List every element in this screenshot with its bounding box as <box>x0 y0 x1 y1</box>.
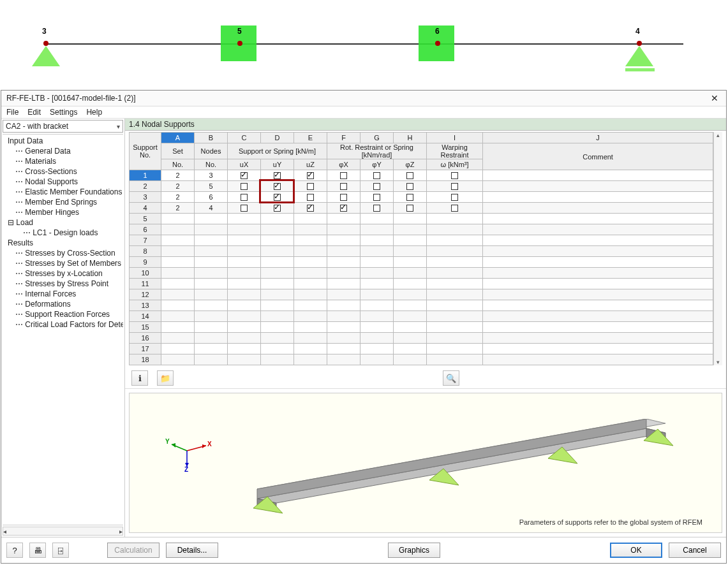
tree-item[interactable]: ⋯ Materials <box>3 156 123 166</box>
checkbox[interactable] <box>241 194 248 201</box>
checkbox[interactable] <box>241 205 248 212</box>
tree-item[interactable]: ⋯ Support Reaction Forces <box>3 309 123 319</box>
table-row[interactable]: 326 <box>130 192 713 203</box>
row-number[interactable]: 7 <box>130 235 161 246</box>
table-row[interactable]: 225 <box>130 181 713 192</box>
checkbox[interactable] <box>340 194 347 201</box>
row-number[interactable]: 15 <box>130 322 161 333</box>
checkbox[interactable] <box>406 183 413 190</box>
table-row[interactable]: 424 <box>130 203 713 214</box>
checkbox[interactable] <box>373 183 380 190</box>
row-number[interactable]: 11 <box>130 279 161 289</box>
tree-item[interactable]: ⋯ Nodal Supports <box>3 177 123 187</box>
checkbox[interactable] <box>373 205 380 212</box>
tree-item[interactable]: ⋯ General Data <box>3 146 123 156</box>
col-letter[interactable]: C <box>228 133 261 143</box>
checkbox[interactable] <box>274 183 281 190</box>
checkbox[interactable] <box>274 205 281 212</box>
menu-help[interactable]: Help <box>86 108 102 117</box>
tree-input[interactable]: Input Data <box>3 136 123 146</box>
menu-edit[interactable]: Edit <box>27 108 41 117</box>
close-icon[interactable]: ✕ <box>708 93 721 103</box>
row-number[interactable]: 18 <box>130 354 161 365</box>
row-number[interactable]: 10 <box>130 268 161 279</box>
tree-item[interactable]: ⋯ Stresses by Cross-Section <box>3 248 123 258</box>
table-row[interactable]: 15 <box>130 322 713 333</box>
checkbox[interactable] <box>451 183 458 190</box>
table-row[interactable]: 18 <box>130 354 713 365</box>
col-letter[interactable]: F <box>327 133 360 143</box>
row-number[interactable]: 2 <box>130 181 161 192</box>
checkbox[interactable] <box>241 172 248 179</box>
ok-button[interactable]: OK <box>610 543 662 558</box>
checkbox[interactable] <box>274 194 281 201</box>
tree-item[interactable]: ⋯ Deformations <box>3 299 123 309</box>
row-number[interactable]: 12 <box>130 289 161 300</box>
checkbox[interactable] <box>451 194 458 201</box>
row-number[interactable]: 9 <box>130 257 161 268</box>
menu-settings[interactable]: Settings <box>50 108 77 117</box>
find-button[interactable]: 🔍 <box>443 370 459 386</box>
tree-item[interactable]: ⋯ Stresses by Set of Members <box>3 258 123 268</box>
table-row[interactable]: 13 <box>130 300 713 311</box>
tree-item[interactable]: ⋯ Stresses by Stress Point <box>3 279 123 289</box>
checkbox[interactable] <box>373 172 380 179</box>
tree-load[interactable]: ⊟ Load <box>3 217 123 228</box>
table-row[interactable]: 16 <box>130 333 713 344</box>
col-letter[interactable]: A <box>161 133 195 143</box>
checkbox[interactable] <box>406 194 413 201</box>
export-button[interactable]: ⍈ <box>52 543 69 558</box>
tree-results[interactable]: Results <box>3 238 123 248</box>
table-row[interactable]: 7 <box>130 235 713 246</box>
checkbox[interactable] <box>274 172 281 179</box>
tree-item[interactable]: ⋯ Stresses by x-Location <box>3 268 123 279</box>
row-number[interactable]: 6 <box>130 224 161 235</box>
print-button[interactable]: 🖶 <box>29 543 46 558</box>
navigator-tree[interactable]: Input Data ⋯ General Data⋯ Materials⋯ Cr… <box>3 134 123 525</box>
checkbox[interactable] <box>406 205 413 212</box>
table-row[interactable]: 123 <box>130 170 713 181</box>
row-number[interactable]: 16 <box>130 333 161 344</box>
col-letter[interactable]: H <box>394 133 427 143</box>
row-number[interactable]: 4 <box>130 203 161 214</box>
row-number[interactable]: 5 <box>130 214 161 224</box>
tree-item[interactable]: ⋯ Member End Springs <box>3 197 123 207</box>
col-letter[interactable]: B <box>195 133 228 143</box>
table-row[interactable]: 10 <box>130 268 713 279</box>
row-number[interactable]: 8 <box>130 246 161 257</box>
col-letter[interactable]: D <box>261 133 294 143</box>
checkbox[interactable] <box>340 183 347 190</box>
checkbox[interactable] <box>340 172 347 179</box>
table-row[interactable]: 5 <box>130 214 713 224</box>
checkbox[interactable] <box>451 172 458 179</box>
library-button[interactable]: 📁 <box>157 370 174 386</box>
tree-hscroll[interactable]: ◂▸ <box>3 527 123 536</box>
details-button[interactable]: Details... <box>166 543 218 558</box>
tree-item[interactable]: ⋯ Internal Forces <box>3 289 123 299</box>
tree-item[interactable]: ⋯ LC1 - Design loads <box>3 228 123 238</box>
calculation-button[interactable]: Calculation <box>107 543 160 558</box>
row-number[interactable]: 1 <box>130 170 161 181</box>
help-button[interactable]: ? <box>6 543 23 558</box>
col-letter[interactable]: G <box>360 133 394 143</box>
checkbox[interactable] <box>307 172 314 179</box>
row-number[interactable]: 17 <box>130 344 161 354</box>
checkbox[interactable] <box>340 205 347 212</box>
checkbox[interactable] <box>241 183 248 190</box>
row-number[interactable]: 13 <box>130 300 161 311</box>
tree-item[interactable]: ⋯ Critical Load Factors for Determ <box>3 319 123 330</box>
table-row[interactable]: 6 <box>130 224 713 235</box>
table-row[interactable]: 17 <box>130 344 713 354</box>
checkbox[interactable] <box>307 205 314 212</box>
table-row[interactable]: 8 <box>130 246 713 257</box>
nodal-supports-table[interactable]: Support No.ABCDEFGHIJ SetNodesSupport or… <box>129 132 713 365</box>
checkbox[interactable] <box>406 172 413 179</box>
case-combo[interactable]: CA2 - with bracket ▾ <box>3 120 123 133</box>
menu-file[interactable]: File <box>6 108 19 117</box>
row-number[interactable]: 3 <box>130 192 161 203</box>
col-letter[interactable]: J <box>483 133 713 143</box>
render-preview[interactable]: X Y Z <box>129 393 722 533</box>
info-button[interactable]: ℹ <box>131 370 148 386</box>
graphics-button[interactable]: Graphics <box>388 543 440 558</box>
table-row[interactable]: 9 <box>130 257 713 268</box>
